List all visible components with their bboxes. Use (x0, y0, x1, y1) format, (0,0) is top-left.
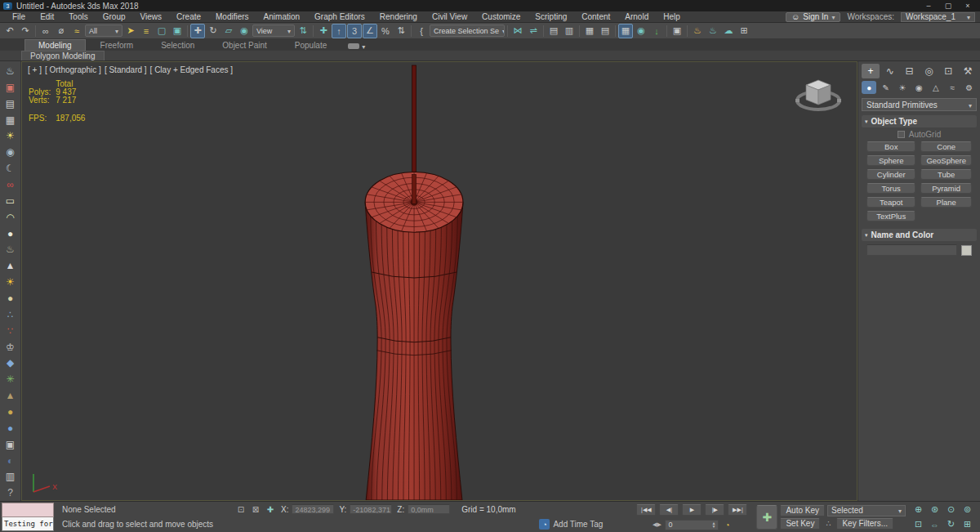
snap-toggle-3d-button[interactable]: 3 (347, 24, 362, 38)
panel-tab-hierarchy[interactable]: ⊟ (901, 64, 919, 78)
go-to-end-button[interactable]: ▶▶| (728, 504, 747, 516)
key-selection-dropdown[interactable]: Selected (827, 505, 906, 516)
rectangular-selection-region-button[interactable]: ▢ (154, 24, 169, 38)
render-setup-button[interactable]: ↓ (649, 24, 664, 38)
create-category-lights[interactable]: ☀ (895, 81, 910, 94)
help-button[interactable]: ? (2, 485, 20, 501)
z-coordinate-field[interactable]: 0,0mm (408, 504, 450, 514)
viewport[interactable]: X [ + ] [ Orthographic ] [ Standard ] [ … (21, 61, 858, 501)
current-frame-field[interactable]: 0 ▲▼ (665, 520, 719, 530)
pyramid-button[interactable]: Pyramid (920, 183, 972, 194)
primitive-category-dropdown[interactable]: Standard Primitives (862, 98, 977, 111)
time-configuration-icon[interactable]: ◔ (721, 521, 733, 530)
select-and-place-button[interactable]: ◉ (237, 24, 252, 38)
wire-teapot-button[interactable]: ♨ (2, 241, 20, 257)
previous-frame-button[interactable]: ◀| (659, 504, 679, 516)
selection-filter-dropdown[interactable]: All (85, 25, 122, 37)
terrain-button[interactable]: ▲ (2, 387, 20, 404)
isolate-selection-icon[interactable]: ⊡ (235, 505, 247, 514)
geosphere-button[interactable]: GeoSphere (920, 155, 972, 166)
name-and-color-rollout-header[interactable]: Name and Color (862, 229, 977, 241)
plane-button[interactable]: ▭ (2, 193, 20, 209)
pan-button[interactable]: ⇔ (927, 517, 942, 531)
viewport-standard-menu[interactable]: [ Standard ] (105, 65, 147, 74)
crystal-button[interactable]: ◆ (2, 355, 20, 371)
cylinder-button[interactable]: Cylinder (866, 169, 915, 180)
tab-freeform[interactable]: Freeform (87, 40, 147, 51)
listener-script-pane[interactable]: Testing for i (2, 517, 54, 531)
object-type-rollout-header[interactable]: Object Type (862, 115, 977, 127)
select-object-button[interactable]: ➤ (123, 24, 138, 38)
select-and-rotate-button[interactable]: ↻ (206, 24, 220, 38)
window-crossing-toggle-button[interactable]: ▣ (170, 24, 185, 38)
x-coordinate-field[interactable]: 24823,299 (292, 504, 334, 514)
autogrid-checkbox[interactable] (898, 131, 905, 138)
panel-tab-display[interactable]: ⊡ (939, 64, 957, 78)
maximize-viewport-button[interactable]: ⊞ (960, 517, 975, 531)
utilities-button[interactable]: ▥ (2, 468, 20, 485)
tab-modeling[interactable]: Modeling (24, 39, 86, 51)
menu-group[interactable]: Group (96, 11, 133, 23)
rain-button[interactable]: ∴ (2, 306, 20, 323)
menu-rendering[interactable]: Rendering (372, 11, 425, 23)
menu-edit[interactable]: Edit (33, 11, 61, 23)
viewport-shading-menu[interactable]: [ Clay + Edged Faces ] (150, 65, 233, 74)
render-preview-button[interactable]: ▣ (2, 79, 20, 96)
polygon-modeling-panel-tab[interactable]: Polygon Modeling (21, 51, 105, 60)
cone-button[interactable]: ▲ (2, 257, 20, 274)
panel-tab-motion[interactable]: ◎ (920, 64, 938, 78)
tab-selection[interactable]: Selection (148, 40, 207, 51)
sign-in-button[interactable]: ☺ Sign In (786, 12, 840, 22)
cone-button[interactable]: Cone (920, 141, 972, 152)
sun-button[interactable]: ☀ (2, 274, 20, 290)
plane-button[interactable]: Plane (920, 197, 972, 208)
foliage-button[interactable]: ✳ (2, 371, 20, 387)
maxscript-mini-listener[interactable]: Testing for i (2, 503, 54, 531)
render-production-button[interactable]: ♨ (690, 24, 705, 38)
viewcube[interactable] (791, 74, 845, 116)
object-name-field[interactable] (866, 244, 957, 256)
slate-material-editor-button[interactable]: ▦ (618, 24, 633, 38)
undo-button[interactable]: ↶ (2, 24, 17, 38)
teapot-button[interactable]: Teapot (866, 197, 915, 208)
menu-views[interactable]: Views (133, 11, 170, 23)
paw-icon[interactable]: ∴ (822, 519, 834, 528)
sphere-tan-button[interactable]: ● (2, 290, 20, 306)
object-color-swatch[interactable] (961, 245, 972, 256)
spreadsheet-button[interactable]: ▦ (2, 112, 20, 128)
toggle-layer-explorer-button[interactable]: ▥ (562, 24, 577, 38)
zoom-extents-all-button[interactable]: ⊚ (960, 503, 975, 516)
zoom-button[interactable]: ⊕ (911, 503, 926, 516)
panel-tab-utilities[interactable]: ⚒ (959, 64, 977, 78)
toggle-scene-explorer-button[interactable]: ▤ (546, 24, 561, 38)
key-mode-toggle[interactable]: ◀▶ (651, 521, 662, 528)
menu-content[interactable]: Content (574, 11, 617, 23)
create-category-cameras[interactable]: ◉ (911, 81, 926, 94)
zoom-extents-button[interactable]: ⊙ (943, 503, 959, 516)
zoom-all-button[interactable]: ⊛ (927, 503, 942, 516)
listener-macro-pane[interactable] (2, 503, 54, 517)
select-by-name-button[interactable]: ≡ (139, 24, 154, 38)
percent-snap-toggle-button[interactable]: % (378, 24, 393, 38)
keyboard-shortcut-override-button[interactable]: ↑ (332, 24, 346, 38)
textplus-button[interactable]: TextPlus (866, 211, 915, 221)
anaglyph-glasses-button[interactable]: ∞ (2, 177, 20, 193)
create-category-space-warps[interactable]: ≈ (945, 81, 960, 94)
dome-button[interactable]: ◠ (2, 209, 20, 226)
create-category-systems[interactable]: ⚙ (962, 81, 977, 94)
viewport-general-menu[interactable]: [ + ] (28, 65, 42, 74)
disc-button[interactable]: ● (2, 226, 20, 242)
menu-file[interactable]: File (5, 11, 33, 23)
viewport-canvas[interactable]: X (22, 62, 857, 500)
menu-customize[interactable]: Customize (474, 11, 528, 23)
material-slate-button[interactable]: ▣ (2, 436, 20, 453)
menu-animation[interactable]: Animation (256, 11, 307, 23)
gold-sphere-button[interactable]: ● (2, 404, 20, 420)
transform-type-in-icon[interactable]: ✚ (265, 505, 276, 514)
camera-button[interactable]: ◉ (2, 144, 20, 160)
tab-object-paint[interactable]: Object Paint (209, 40, 279, 51)
minimize-button[interactable]: – (920, 2, 938, 10)
dark-sphere-button[interactable]: ◐ (2, 453, 20, 469)
auto-key-button[interactable]: Auto Key (780, 505, 825, 516)
select-and-manipulate-button[interactable]: ✚ (316, 24, 331, 38)
